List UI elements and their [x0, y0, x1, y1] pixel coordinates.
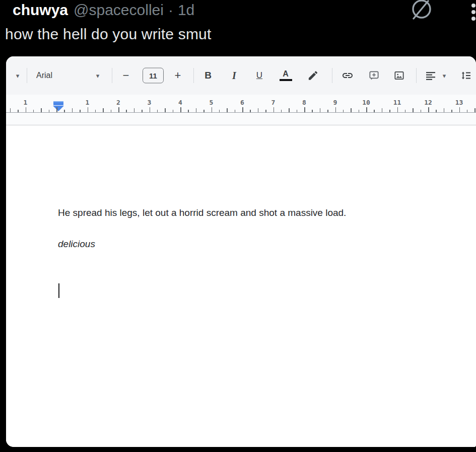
document-line-2: delicious — [58, 236, 456, 252]
align-caret-icon[interactable]: ▾ — [440, 72, 448, 79]
ruler-tick — [382, 108, 383, 112]
ruler-tick — [95, 110, 96, 113]
document-cursor-line — [58, 252, 456, 329]
highlight-color-icon[interactable] — [304, 70, 322, 82]
ruler-tick — [18, 110, 19, 113]
ruler-tick — [49, 110, 50, 113]
ruler-tick — [327, 110, 328, 113]
ruler-tick — [436, 110, 437, 113]
ruler-tick — [428, 107, 429, 112]
ruler-tick — [413, 108, 414, 112]
ruler-number: 13 — [455, 99, 463, 106]
ruler-number: 9 — [333, 99, 337, 106]
decrease-font-size-button[interactable]: − — [118, 70, 134, 81]
font-size-input[interactable]: 11 — [143, 68, 164, 84]
ruler-tick — [359, 110, 360, 113]
ruler-tick — [312, 110, 313, 113]
ruler-tick — [103, 108, 104, 112]
ruler-tick — [10, 108, 11, 112]
add-comment-icon[interactable] — [365, 70, 382, 82]
ruler-tick — [88, 107, 89, 112]
more-options-icon[interactable] — [471, 4, 475, 21]
font-family-select[interactable]: Arial — [36, 71, 82, 80]
toolbar-separator — [416, 68, 417, 83]
bold-button[interactable]: B — [199, 70, 217, 81]
toolbar-separator — [332, 68, 332, 83]
ruler-tick — [467, 110, 468, 113]
ruler-number: 1 — [24, 99, 28, 106]
ruler-tick — [118, 107, 119, 112]
document-page[interactable]: He spread his legs, let out a horrid scr… — [6, 125, 476, 447]
ruler-tick — [274, 107, 275, 112]
document-content[interactable]: He spread his legs, let out a horrid scr… — [58, 205, 456, 329]
ruler-tick — [320, 108, 321, 112]
ruler-tick — [366, 107, 367, 112]
left-indent-icon[interactable] — [53, 106, 64, 111]
toolbar-separator — [112, 68, 112, 83]
insert-image-icon[interactable] — [390, 70, 407, 82]
ruler-tick — [165, 108, 166, 112]
ruler-number: 11 — [393, 99, 401, 106]
ruler[interactable]: 112345678910111213 — [6, 95, 476, 125]
ruler-number: 6 — [240, 99, 244, 106]
ruler-tick — [474, 108, 475, 112]
font-family-caret-icon[interactable]: ▾ — [93, 72, 103, 79]
ruler-tick — [459, 107, 460, 112]
ruler-tick — [374, 110, 375, 113]
ruler-tick — [289, 108, 290, 112]
ruler-tick — [265, 110, 266, 113]
tweet-username[interactable]: chuwya — [13, 0, 68, 20]
toolbar-separator — [27, 68, 27, 83]
ruler-tick — [304, 107, 305, 112]
increase-font-size-button[interactable]: + — [170, 70, 186, 81]
first-line-indent-icon[interactable] — [53, 101, 63, 105]
ruler-number: 12 — [424, 99, 432, 106]
underline-button[interactable]: U — [251, 70, 268, 81]
ruler-tick — [188, 110, 189, 113]
ruler-tick — [134, 108, 135, 112]
document-blank-line — [58, 220, 456, 236]
tweet-topline: chuwya @spacecollei · 1d — [0, 0, 476, 23]
ruler-tick — [343, 110, 344, 113]
docs-editor-card: ▾ Arial ▾ − 11 + B I U A — [6, 56, 476, 447]
tweet-handle[interactable]: @spacecollei — [74, 0, 164, 20]
ruler-tick — [242, 107, 243, 112]
ruler-tick — [56, 107, 57, 112]
ruler-tick — [421, 110, 422, 113]
align-left-icon[interactable] — [422, 69, 439, 82]
docs-toolbar: ▾ Arial ▾ − 11 + B I U A — [6, 56, 476, 95]
ruler-tick — [444, 108, 445, 112]
ruler-tick — [235, 110, 236, 113]
ruler-tick — [203, 110, 205, 113]
ruler-tick — [297, 110, 298, 113]
line-spacing-icon[interactable] — [457, 69, 474, 82]
ruler-tick — [180, 107, 181, 112]
ruler-tick — [196, 108, 197, 112]
ruler-number: 1 — [86, 99, 90, 106]
document-line-1: He spread his legs, let out a horrid scr… — [58, 205, 456, 220]
toolbar-menu-caret-icon[interactable]: ▾ — [12, 72, 23, 79]
ruler-number: 7 — [271, 99, 276, 106]
italic-button[interactable]: I — [226, 70, 243, 82]
ruler-tick — [281, 110, 282, 113]
ruler-number: 4 — [178, 99, 182, 106]
insert-link-icon[interactable] — [339, 69, 356, 82]
ruler-tick — [219, 110, 220, 113]
ruler-tick — [397, 107, 398, 112]
tweet-separator-dot: · — [168, 0, 173, 20]
ruler-tick — [212, 107, 213, 112]
ruler-tick — [173, 110, 174, 113]
ruler-number: 5 — [210, 99, 214, 106]
ruler-tick — [111, 110, 112, 113]
ruler-tick — [33, 110, 34, 113]
text-cursor — [58, 283, 59, 298]
ruler-tick — [405, 110, 406, 113]
ruler-tick — [335, 107, 336, 112]
ruler-tick — [389, 110, 390, 113]
text-color-button[interactable]: A — [277, 70, 294, 81]
indent-marker[interactable] — [53, 101, 64, 112]
slashed-circle-icon[interactable] — [409, 0, 433, 23]
tweet-timestamp[interactable]: 1d — [178, 0, 194, 20]
ruler-tick — [258, 108, 259, 112]
ruler-tick — [41, 108, 42, 112]
